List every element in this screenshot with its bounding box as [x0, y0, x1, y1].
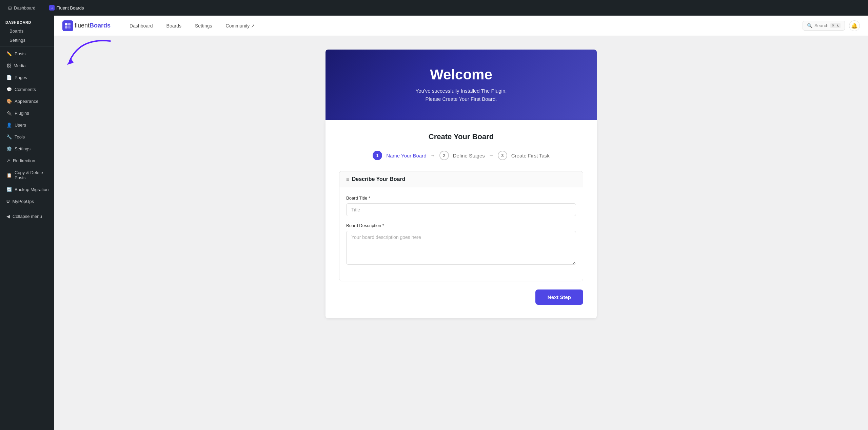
- nav-item-community[interactable]: Community ↗: [220, 20, 261, 31]
- logo-text: fluentBoards: [75, 22, 111, 29]
- notification-bell-button[interactable]: 🔔: [849, 20, 860, 31]
- admin-bar-dashboard[interactable]: ⊞ Dashboard: [5, 4, 38, 12]
- step-arrow-2: →: [489, 153, 494, 158]
- tools-icon: 🔧: [6, 134, 12, 139]
- sidebar-separator: [0, 46, 54, 46]
- copy-icon: 📋: [6, 173, 12, 178]
- mypopups-icon: U: [6, 199, 9, 204]
- svg-rect-2: [65, 26, 67, 29]
- form-section-header: ≡ Describe Your Board: [339, 171, 583, 187]
- users-icon: 👤: [6, 123, 12, 128]
- redirection-icon: ↗: [6, 158, 10, 163]
- appearance-icon: 🎨: [6, 99, 12, 104]
- nav-item-dashboard[interactable]: Dashboard: [124, 20, 158, 31]
- dashboard-icon: ⊞: [8, 5, 12, 11]
- posts-icon: ✏️: [6, 51, 12, 56]
- title-field: Board Title *: [346, 195, 576, 216]
- sidebar-separator-2: [0, 209, 54, 209]
- search-shortcut: ⌘ k: [830, 23, 841, 28]
- logo-icon: [62, 20, 73, 31]
- step-arrow-1: →: [431, 153, 435, 158]
- sidebar-item-comments[interactable]: 💬 Comments: [0, 83, 54, 95]
- media-icon: 🖼: [6, 63, 11, 68]
- content-area: fluentBoards Dashboard Boards Settings C…: [54, 16, 868, 430]
- step-1-circle: 1: [373, 151, 382, 160]
- sidebar-item-copy-delete[interactable]: 📋 Copy & Delete Posts: [0, 167, 54, 184]
- form-section: ≡ Describe Your Board Board Title * Boar…: [339, 171, 583, 281]
- plugin-nav-right: 🔍 Search ⌘ k 🔔: [803, 20, 860, 31]
- pages-icon: 📄: [6, 75, 12, 80]
- svg-rect-1: [68, 23, 71, 25]
- svg-rect-0: [65, 23, 67, 25]
- fluent-boards-icon: □: [49, 5, 55, 11]
- create-board-card: Create Your Board 1 Name Your Board → 2 …: [326, 120, 597, 318]
- plugins-icon: 🔌: [6, 111, 12, 116]
- backup-icon: 🔄: [6, 187, 12, 192]
- sidebar-item-appearance[interactable]: 🎨 Appearance: [0, 95, 54, 107]
- sidebar-item-pages[interactable]: 📄 Pages: [0, 72, 54, 83]
- form-section-title: Describe Your Board: [352, 176, 406, 182]
- sidebar-item-boards[interactable]: Boards: [0, 26, 54, 36]
- admin-bar: ⊞ Dashboard □ Fluent Boards: [0, 0, 868, 16]
- form-section-body: Board Title * Board Description *: [339, 187, 583, 281]
- step-indicator: 1 Name Your Board → 2 Define Stages → 3 …: [339, 151, 583, 160]
- sidebar-item-plugins[interactable]: 🔌 Plugins: [0, 107, 54, 119]
- wp-sidebar: Dashboard Boards Settings ✏️ Posts 🖼 Med…: [0, 16, 54, 430]
- nav-item-settings[interactable]: Settings: [190, 20, 218, 31]
- step-3-label: Create First Task: [511, 153, 550, 158]
- board-title-input[interactable]: [346, 203, 576, 216]
- sidebar-item-users[interactable]: 👤 Users: [0, 119, 54, 131]
- step-2-circle: 2: [439, 151, 449, 160]
- svg-rect-3: [68, 26, 71, 29]
- button-row: Next Step: [339, 289, 583, 305]
- sidebar-item-media[interactable]: 🖼 Media: [0, 60, 54, 72]
- sidebar-item-tools[interactable]: 🔧 Tools: [0, 131, 54, 143]
- sidebar-item-posts[interactable]: ✏️ Posts: [0, 48, 54, 60]
- sidebar-item-backup[interactable]: 🔄 Backup Migration: [0, 184, 54, 195]
- step-3-circle: 3: [498, 151, 507, 160]
- sidebar-heading: Dashboard: [0, 16, 54, 26]
- welcome-subtitle: You've successfully Installed The Plugin…: [339, 87, 583, 103]
- bell-icon: 🔔: [851, 22, 858, 29]
- welcome-title: Welcome: [339, 67, 583, 83]
- step-2-label: Define Stages: [453, 153, 485, 158]
- sidebar-item-settings-wp[interactable]: ⚙️ Settings: [0, 143, 54, 155]
- lines-icon: ≡: [346, 176, 349, 182]
- sidebar-item-collapse[interactable]: ◀ Collapse menu: [0, 210, 54, 222]
- welcome-banner: Welcome You've successfully Installed Th…: [326, 50, 597, 120]
- title-label: Board Title *: [346, 195, 576, 201]
- settings-icon: ⚙️: [6, 146, 12, 151]
- sidebar-item-settings[interactable]: Settings: [0, 36, 54, 45]
- comments-icon: 💬: [6, 87, 12, 92]
- step-1-label: Name Your Board: [386, 153, 426, 158]
- collapse-icon: ◀: [6, 214, 10, 219]
- plugin-nav-items: Dashboard Boards Settings Community ↗: [124, 20, 803, 31]
- desc-label: Board Description *: [346, 223, 576, 228]
- plugin-content: Welcome You've successfully Installed Th…: [54, 36, 868, 430]
- nav-item-boards[interactable]: Boards: [161, 20, 187, 31]
- plugin-topnav: fluentBoards Dashboard Boards Settings C…: [54, 16, 868, 36]
- search-icon: 🔍: [807, 23, 812, 28]
- desc-field: Board Description *: [346, 223, 576, 266]
- board-desc-textarea[interactable]: [346, 231, 576, 265]
- search-box[interactable]: 🔍 Search ⌘ k: [803, 21, 845, 31]
- card-title: Create Your Board: [339, 132, 583, 141]
- admin-bar-fluent-boards[interactable]: □ Fluent Boards: [46, 4, 87, 12]
- plugin-logo[interactable]: fluentBoards: [62, 20, 111, 31]
- sidebar-item-mypopups[interactable]: U MyPopUps: [0, 195, 54, 207]
- next-step-button[interactable]: Next Step: [535, 289, 583, 305]
- sidebar-item-redirection[interactable]: ↗ Redirection: [0, 155, 54, 167]
